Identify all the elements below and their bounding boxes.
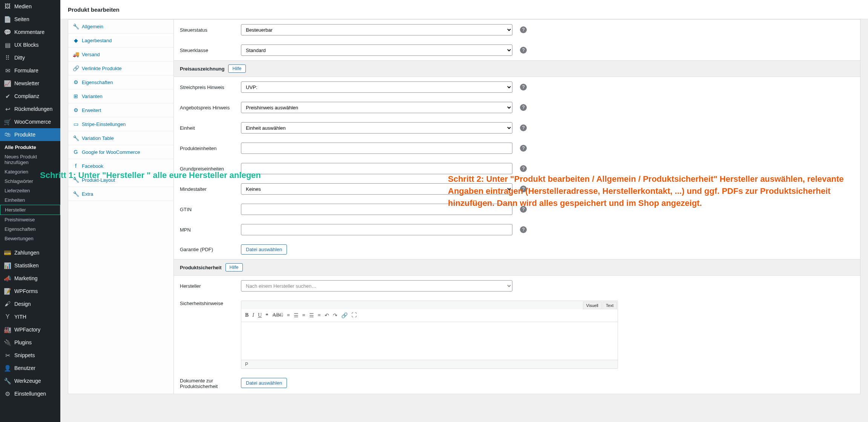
product-tab-facebook[interactable]: fFacebook [68,159,173,173]
sidebar-item-complianz[interactable]: ✔Complianz [0,90,60,103]
sidebar-subitem-lieferzeiten[interactable]: Lieferzeiten [0,186,60,195]
sidebar-item-medien[interactable]: 🖼Medien [0,0,60,13]
underline-icon[interactable]: U [258,312,262,319]
italic-icon[interactable]: I [252,312,254,319]
undo-icon[interactable]: ↶ [325,312,329,319]
help-icon[interactable]: ? [520,145,527,152]
product-tab-stripe-einstellungen[interactable]: ▭Stripe-Einstellungen [68,117,173,131]
product-tab-label: Stripe-Einstellungen [82,121,126,127]
product-tab-variation-table[interactable]: 🔧Variation Table [68,131,173,145]
bold-icon[interactable]: B [245,312,248,319]
sidebar-subitem-eigenschaften[interactable]: Eigenschaften [0,224,60,234]
sidebar-item-werkzeuge[interactable]: 🔧Werkzeuge [0,374,60,387]
sidebar-item-rückmeldungen[interactable]: ↩Rückmeldungen [0,103,60,115]
editor-body[interactable] [241,322,618,360]
sidebar-item-snippets[interactable]: ✂Snippets [0,349,60,362]
gtin-input[interactable] [241,204,512,215]
editor-tab-text[interactable]: Text [603,302,617,309]
sidebar-item-newsletter[interactable]: 📈Newsletter [0,77,60,90]
sidebar-item-kommentare[interactable]: 💬Kommentare [0,26,60,38]
min-age-select[interactable]: Keines [241,183,512,195]
sidebar-subitem-kategorien[interactable]: Kategorien [0,167,60,176]
tab-icon: f [73,163,79,169]
help-icon[interactable]: ? [520,124,527,131]
sidebar-item-label: Plugins [14,339,32,345]
sidebar-item-ux-blocks[interactable]: ▤UX Blocks [0,38,60,51]
sidebar-item-benutzer[interactable]: 👤Benutzer [0,362,60,374]
unit-select[interactable]: Einheit auswählen [241,122,512,134]
sidebar-item-zahlungen[interactable]: 💳Zahlungen [0,246,60,259]
sidebar-subitem-alle-produkte[interactable]: Alle Produkte [0,143,60,152]
product-tab-extra[interactable]: 🔧Extra [68,187,173,201]
sidebar-item-statistiken[interactable]: 📊Statistiken [0,259,60,272]
menu-icon: ▤ [4,41,11,49]
redo-icon[interactable]: ↷ [333,312,337,319]
sidebar-item-marketing[interactable]: 📣Marketing [0,272,60,285]
product-tab-eigenschaften[interactable]: ⚙Eigenschaften [68,75,173,89]
sidebar-item-wpforms[interactable]: 📝WPForms [0,285,60,298]
help-button[interactable]: Hilfe [228,64,245,73]
align-justify-icon[interactable]: ≡ [318,312,321,319]
product-tab-label: Produkt-Layout [82,177,115,183]
fullscreen-icon[interactable]: ⛶ [351,312,357,319]
product-tab-lagerbestand[interactable]: ◆Lagerbestand [68,34,173,48]
strike-hint-select[interactable]: UVP: [241,81,512,93]
product-tab-erweitert[interactable]: ⚙Erweitert [68,103,173,117]
sidebar-item-produkte[interactable]: 🛍Produkte [0,128,60,141]
manufacturer-select[interactable]: Nach einem Hersteller suchen… [241,280,512,292]
mpn-input[interactable] [241,224,512,235]
section-price-heading: Preisauszeichnung Hilfe [174,60,860,77]
sidebar-item-label: WPFactory [14,327,40,333]
tax-class-select[interactable]: Standard [241,45,512,56]
sidebar-item-woocommerce[interactable]: 🛒WooCommerce [0,115,60,128]
sidebar-item-yith[interactable]: YYITH [0,310,60,323]
help-button[interactable]: Hilfe [225,263,243,272]
sidebar-subitem-schlagwörter[interactable]: Schlagwörter [0,176,60,186]
sidebar-subitem-preishinweise[interactable]: Preishinweise [0,215,60,224]
sidebar-item-einstellungen[interactable]: ⚙Einstellungen [0,387,60,400]
base-units-input[interactable] [241,163,512,174]
product-tab-allgemein[interactable]: 🔧Allgemein [68,20,173,34]
product-tab-verlinkte-produkte[interactable]: 🔗Verlinkte Produkte [68,61,173,75]
help-icon[interactable]: ? [520,206,527,213]
align-right-icon[interactable]: ☰ [309,312,314,319]
sidebar-item-formulare[interactable]: ✉Formulare [0,64,60,77]
product-tab-label: Variation Table [82,135,114,141]
help-icon[interactable]: ? [520,226,527,233]
product-tab-varianten[interactable]: ⊞Varianten [68,89,173,103]
product-units-input[interactable] [241,143,512,154]
sidebar-subitem-bewertungen[interactable]: Bewertungen [0,234,60,243]
sidebar-subitem-neues-produkt-hinzufügen[interactable]: Neues Produkt hinzufügen [0,152,60,167]
sidebar-item-ditty[interactable]: ⠿Ditty [0,51,60,64]
help-icon[interactable]: ? [520,47,527,54]
strike-icon[interactable]: ABC [272,312,283,319]
rich-text-editor: Visuell Text B I U ❝ ABC ≡ [241,301,618,369]
sidebar-subitem-einheiten[interactable]: Einheiten [0,195,60,205]
offer-hint-select[interactable]: Preishinweis auswählen [241,102,512,113]
quote-icon[interactable]: ❝ [265,312,268,319]
align-center-icon[interactable]: ≡ [302,312,305,319]
sidebar-subitem-hersteller[interactable]: Hersteller [0,205,60,215]
sidebar-item-wpfactory[interactable]: 🏭WPFactory [0,323,60,336]
link-icon[interactable]: 🔗 [341,312,348,319]
help-icon[interactable]: ? [520,165,527,172]
sidebar-item-design[interactable]: 🖌Design [0,298,60,310]
sidebar-item-seiten[interactable]: 📄Seiten [0,13,60,26]
editor-tab-visual[interactable]: Visuell [583,302,602,309]
align-left-icon[interactable]: ☰ [294,312,299,319]
list-ul-icon[interactable]: ≡ [287,312,290,319]
tax-status-select[interactable]: Besteuerbar [241,24,512,35]
sidebar-item-label: Benutzer [14,365,35,371]
product-tab-google-for-woocommerce[interactable]: GGoogle for WooCommerce [68,145,173,159]
help-icon[interactable]: ? [520,186,527,192]
docs-safety-file-button[interactable]: Datei auswählen [241,378,287,388]
product-tab-produkt-layout[interactable]: 🔧Produkt-Layout [68,173,173,187]
warranty-file-button[interactable]: Datei auswählen [241,244,287,255]
help-icon[interactable]: ? [520,26,527,33]
sidebar-item-label: Werkzeuge [14,378,41,384]
product-tab-versand[interactable]: 🚚Versand [68,48,173,61]
admin-sidebar: 🖼Medien📄Seiten💬Kommentare▤UX Blocks⠿Ditt… [0,0,60,422]
help-icon[interactable]: ? [520,104,527,111]
sidebar-item-plugins[interactable]: 🔌Plugins [0,336,60,349]
help-icon[interactable]: ? [520,84,527,91]
